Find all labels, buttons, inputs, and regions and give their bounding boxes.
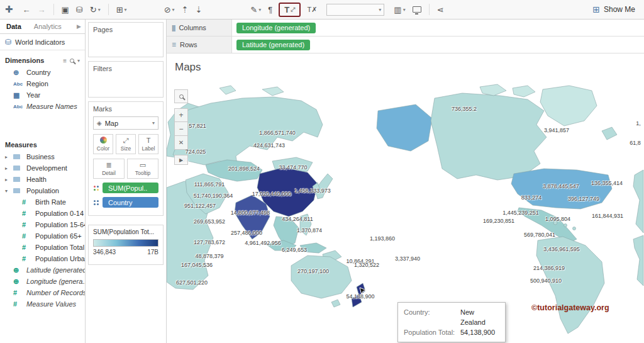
- highlight-button[interactable]: ✎▾: [248, 4, 264, 16]
- columns-shelf[interactable]: ||| Columns Longitude (generated): [167, 20, 644, 37]
- measure-field-item[interactable]: # Population Urban: [0, 253, 85, 264]
- color-legend-card[interactable]: SUM(Population Tot... 346,843 17B: [88, 225, 164, 265]
- map-controls-expand-button[interactable]: ▶: [174, 155, 188, 165]
- pane-divider[interactable]: [0, 112, 85, 135]
- country-iceland[interactable]: [602, 127, 617, 140]
- measure-field-item[interactable]: # Birth Rate: [0, 196, 85, 208]
- measure-field-item[interactable]: ⊕ Longitude (genera...: [0, 276, 85, 287]
- country-philippines[interactable]: [300, 214, 311, 235]
- country-australia[interactable]: [291, 256, 352, 298]
- country-greenland[interactable]: [540, 86, 597, 126]
- measure-field-item[interactable]: ⊕ Latitude (generated): [0, 264, 85, 276]
- tooltip-country-value: New Zealand: [460, 307, 499, 327]
- cards-icon: ▥: [394, 5, 401, 14]
- legend-max: 17B: [147, 249, 158, 256]
- continent-south-america[interactable]: [536, 237, 604, 334]
- watermark: ©tutorialgateway.org: [531, 303, 609, 312]
- undo-button[interactable]: ←: [20, 4, 33, 16]
- islands-arctic-russia[interactable]: [262, 87, 284, 96]
- pages-card[interactable]: Pages: [88, 22, 164, 57]
- island-tasmania[interactable]: [331, 300, 340, 307]
- show-mark-labels-button[interactable]: T⤢: [282, 4, 297, 16]
- zoom-out-button[interactable]: −: [174, 122, 188, 136]
- new-worksheet-button[interactable]: ⊞▾: [114, 4, 130, 16]
- measure-field-item[interactable]: ▾ Population: [0, 185, 85, 196]
- new-datasource-button[interactable]: ⛁: [74, 4, 86, 16]
- fix-axes-button[interactable]: T✗: [304, 4, 319, 15]
- show-hide-cards-button[interactable]: ▥▾: [391, 4, 408, 16]
- zoom-in-button[interactable]: +: [174, 108, 188, 122]
- islands-arctic-canada-2[interactable]: [513, 86, 535, 97]
- field-label: Country: [26, 69, 51, 76]
- measure-field-item[interactable]: ▸ Business: [0, 151, 85, 162]
- measure-field-item[interactable]: # Measure Values: [0, 298, 85, 310]
- filters-card[interactable]: Filters: [88, 61, 164, 98]
- refresh-button[interactable]: ↻▾: [87, 4, 103, 16]
- pane-collapse-icon[interactable]: ▶: [77, 23, 85, 30]
- dimension-field-item[interactable]: Abc Measure Names: [0, 101, 85, 112]
- show-me-icon: ⊞: [592, 4, 600, 14]
- share-button[interactable]: ⋖: [435, 4, 447, 16]
- marks-pill-sum-population[interactable]: SUM(Popul..: [103, 183, 158, 193]
- region-atlantic-edge-south[interactable]: [633, 235, 643, 286]
- abc-icon: Abc: [13, 81, 23, 87]
- state-alaska[interactable]: [377, 104, 432, 151]
- view-menu-icon[interactable]: ≡: [63, 57, 67, 64]
- dimension-field-item[interactable]: ⊕ Country: [0, 67, 85, 78]
- clear-sheet-button[interactable]: ⊘▾: [162, 4, 177, 16]
- caret-down-icon: ▾: [379, 7, 381, 13]
- sort-ascending-button[interactable]: ⇡: [179, 4, 191, 16]
- country-mexico[interactable]: [518, 208, 577, 243]
- measure-field-item[interactable]: # Population 0-14: [0, 208, 85, 219]
- format-button[interactable]: ¶: [265, 4, 275, 16]
- datasource-item[interactable]: ⛁ World Indicators: [0, 34, 85, 50]
- search-fields-icon[interactable]: [70, 59, 74, 63]
- dimension-field-item[interactable]: Abc Region: [0, 78, 85, 89]
- mark-type-dropdown[interactable]: ◈ Map ▾: [93, 116, 158, 130]
- map-view[interactable]: 57,821 1,866,571,740 736,355.2 3,941,857…: [167, 82, 644, 343]
- country-new-zealand-south[interactable]: [352, 295, 362, 307]
- size-button[interactable]: ⤢ Size: [116, 134, 136, 154]
- dimension-field-item[interactable]: ▦ Year: [0, 89, 85, 101]
- label-button[interactable]: T Label: [138, 134, 158, 154]
- tab-analytics[interactable]: Analytics: [28, 20, 68, 33]
- caret-down-icon: ▾: [172, 7, 175, 13]
- measure-field-item[interactable]: ▸ Development: [0, 162, 85, 174]
- tooltip-button[interactable]: ▭ Tooltip: [127, 159, 158, 179]
- detail-button[interactable]: ≣ Detail: [93, 159, 125, 179]
- rows-shelf[interactable]: ≡ Rows Latitude (generated): [167, 37, 644, 53]
- country-indonesia-east[interactable]: [300, 243, 326, 253]
- islands-caribbean[interactable]: [553, 221, 557, 225]
- columns-pill-longitude[interactable]: Longitude (generated): [236, 23, 316, 33]
- hash-icon: #: [22, 198, 32, 206]
- islands-caribbean-2[interactable]: [564, 224, 567, 227]
- globe-icon: ⊕: [13, 69, 23, 77]
- save-button[interactable]: ▣: [59, 4, 72, 16]
- zoom-home-button[interactable]: ✕: [174, 136, 188, 150]
- tab-data[interactable]: Data: [0, 20, 28, 33]
- region-atlantic-edge-north[interactable]: [633, 170, 643, 233]
- marks-pill-country[interactable]: Country: [103, 197, 158, 208]
- map-search-button[interactable]: [174, 89, 188, 103]
- sheet-title: Maps: [175, 61, 201, 74]
- measure-field-item[interactable]: # Population Total: [0, 242, 85, 253]
- detail-shelf-icon: [93, 200, 99, 206]
- rows-pill-latitude[interactable]: Latitude (generated): [236, 40, 310, 50]
- measure-field-item[interactable]: # Population 65+: [0, 230, 85, 242]
- country-canada[interactable]: [431, 93, 547, 180]
- show-me-button[interactable]: ⊞ Show Me: [592, 4, 639, 14]
- measure-field-item[interactable]: # Population 15-64: [0, 219, 85, 230]
- presentation-mode-button[interactable]: [410, 5, 424, 14]
- measure-field-item[interactable]: ▸ Health: [0, 174, 85, 185]
- country-usa[interactable]: [511, 169, 612, 209]
- islands-arctic-canada[interactable]: [480, 84, 506, 96]
- color-button[interactable]: Color: [93, 134, 113, 154]
- color-shelf-icon: [93, 185, 99, 191]
- caret-down-icon[interactable]: ▾: [77, 58, 80, 64]
- islands-caribbean-3[interactable]: [573, 227, 576, 230]
- measure-field-item[interactable]: # Number of Records: [0, 287, 85, 298]
- sort-descending-button[interactable]: ⇣: [192, 4, 204, 16]
- redo-button[interactable]: →: [35, 4, 48, 16]
- view-size-combobox[interactable]: ▾: [326, 4, 384, 16]
- islands-svalbard[interactable]: [219, 86, 236, 94]
